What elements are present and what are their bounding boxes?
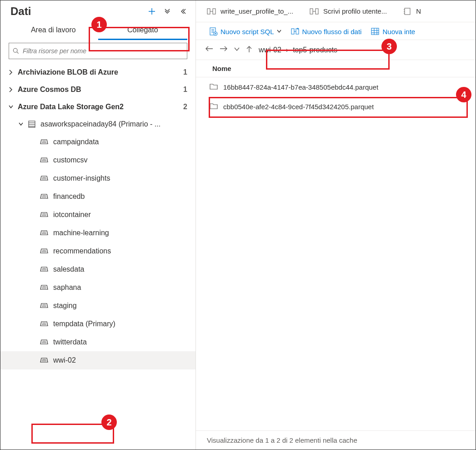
dataflow-icon <box>291 27 300 36</box>
breadcrumb: wwi-02 › top5-products <box>259 46 337 54</box>
expand-all-icon[interactable] <box>163 7 172 16</box>
container-icon <box>40 301 49 310</box>
dataflow-icon <box>310 7 319 15</box>
container-icon <box>40 338 49 347</box>
chevron-right-icon: › <box>286 46 288 54</box>
main-panel: write_user_profile_to_... Scrivi profilo… <box>196 0 476 450</box>
search-icon <box>13 48 19 54</box>
tab-workspace[interactable]: Area di lavoro <box>9 20 98 40</box>
new-integration-button[interactable]: Nuova inte <box>371 27 415 36</box>
add-icon[interactable] <box>147 7 156 16</box>
svg-point-0 <box>13 48 17 52</box>
nav-forward-icon[interactable] <box>219 45 229 55</box>
tree-node-cosmos[interactable]: Azure Cosmos DB 1 <box>0 81 195 98</box>
doc-tab[interactable]: N <box>395 0 429 22</box>
nav-recent-icon[interactable] <box>233 45 241 55</box>
chevron-right-icon <box>9 70 13 75</box>
svg-rect-6 <box>405 8 410 15</box>
chevron-down-icon <box>277 30 281 33</box>
container-label: wwi-02 <box>53 356 187 364</box>
container-label: saphana <box>53 283 187 292</box>
container-item[interactable]: customer-insights <box>0 169 195 187</box>
collapse-panel-icon[interactable] <box>178 7 187 16</box>
container-label: machine-learning <box>53 229 187 237</box>
container-label: recommendations <box>53 247 187 255</box>
folder-icon <box>210 102 218 111</box>
tab-linked[interactable]: Collegato <box>98 20 188 40</box>
nav-back-icon[interactable] <box>204 45 214 55</box>
tree-node-workspace[interactable]: asaworkspaceinaday84 (Primario - ... <box>0 116 195 133</box>
notebook-icon <box>403 7 411 15</box>
container-icon <box>40 265 49 274</box>
container-label: salesdata <box>53 265 187 273</box>
nav-up-icon[interactable] <box>245 45 253 55</box>
container-icon <box>40 156 49 165</box>
file-name: 16bb8447-824a-4147-b7ea-348505ebdc44.par… <box>223 83 378 91</box>
doc-tab[interactable]: write_user_profile_to_... <box>199 0 301 22</box>
svg-rect-3 <box>213 9 215 14</box>
container-label: customcsv <box>53 156 187 164</box>
doc-tabs: write_user_profile_to_... Scrivi profilo… <box>196 0 476 22</box>
folder-icon <box>210 83 218 91</box>
file-list: 16bb8447-824a-4147-b7ea-348505ebdc44.par… <box>196 77 476 430</box>
container-icon <box>40 174 49 183</box>
sidebar: Dati Area di lavoro Collegato <box>0 0 196 450</box>
database-icon <box>28 120 36 128</box>
column-header-name[interactable]: Nome <box>196 60 476 77</box>
container-item[interactable]: saphana <box>0 278 195 297</box>
svg-rect-10 <box>296 29 299 34</box>
container-icon <box>40 137 49 147</box>
container-label: campaigndata <box>53 138 187 146</box>
tree-node-blob[interactable]: Archiviazione BLOB di Azure 1 <box>0 64 195 81</box>
container-label: iotcontainer <box>53 211 187 219</box>
container-item[interactable]: customcsv <box>0 151 195 169</box>
svg-rect-5 <box>316 9 318 14</box>
container-icon <box>40 192 49 201</box>
svg-rect-9 <box>291 29 294 34</box>
file-name: cbb0540e-afe2-4c84-9ced-7f45d3424205.par… <box>223 103 374 111</box>
breadcrumb-folder[interactable]: top5-products <box>293 46 337 54</box>
doc-tab[interactable]: Scrivi profilo utente... <box>301 0 395 22</box>
svg-rect-2 <box>207 9 210 14</box>
table-icon <box>371 27 380 36</box>
container-item[interactable]: campaigndata <box>0 133 195 151</box>
container-icon <box>40 319 49 329</box>
status-bar: Visualizzazione da 1 a 2 di 2 elementi n… <box>196 430 476 450</box>
sidebar-title: Dati <box>10 5 31 18</box>
tree-node-adls[interactable]: Azure Data Lake Storage Gen2 2 <box>0 98 195 116</box>
chevron-right-icon <box>9 87 13 92</box>
file-row[interactable]: cbb0540e-afe2-4c84-9ced-7f45d3424205.par… <box>196 97 476 116</box>
container-label: customer-insights <box>53 174 187 182</box>
container-item[interactable]: staging <box>0 297 195 315</box>
svg-rect-11 <box>371 28 379 35</box>
container-icon <box>40 356 49 365</box>
filter-input[interactable] <box>22 47 183 55</box>
breadcrumb-root[interactable]: wwi-02 <box>259 46 281 54</box>
chevron-down-icon <box>9 105 13 109</box>
container-label: twitterdata <box>53 338 187 346</box>
container-item[interactable]: tempdata (Primary) <box>0 315 195 333</box>
container-icon <box>40 228 49 238</box>
container-icon <box>40 210 49 219</box>
container-icon <box>40 247 49 256</box>
container-item[interactable]: machine-learning <box>0 224 195 242</box>
chevron-down-icon <box>19 122 23 126</box>
container-icon <box>40 283 49 292</box>
container-item[interactable]: salesdata <box>0 260 195 278</box>
dataflow-icon <box>207 7 216 15</box>
new-dataflow-button[interactable]: Nuovo flusso di dati <box>291 27 362 36</box>
container-item[interactable]: wwi-02 <box>0 351 195 369</box>
container-label: tempdata (Primary) <box>53 320 187 328</box>
file-row[interactable]: 16bb8447-824a-4147-b7ea-348505ebdc44.par… <box>196 77 476 97</box>
container-label: staging <box>53 302 187 310</box>
container-item[interactable]: financedb <box>0 187 195 206</box>
sql-script-icon <box>209 27 218 36</box>
container-label: financedb <box>53 192 187 201</box>
container-item[interactable]: iotcontainer <box>0 206 195 224</box>
container-item[interactable]: recommendations <box>0 242 195 260</box>
filter-input-wrap[interactable] <box>9 43 187 59</box>
new-sql-button[interactable]: Nuovo script SQL <box>209 27 281 36</box>
svg-rect-4 <box>310 9 313 14</box>
container-item[interactable]: twitterdata <box>0 333 195 351</box>
